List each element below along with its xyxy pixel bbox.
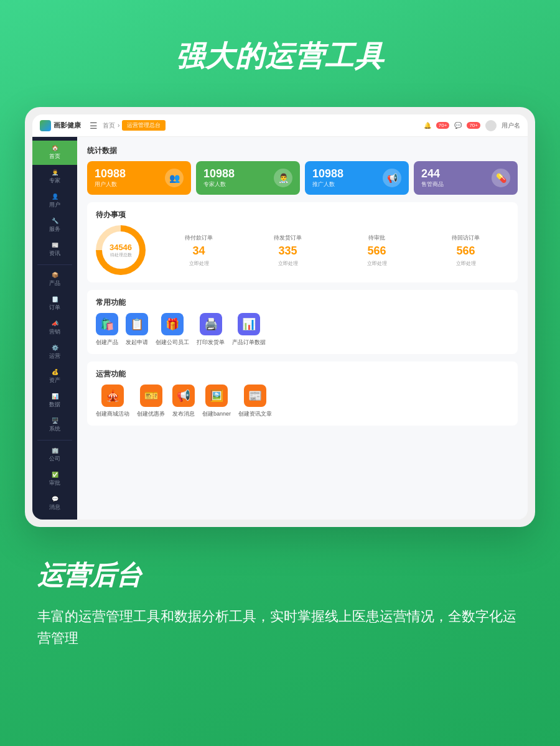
experts-icon: 👨‍⚕️ [274,169,292,187]
sidebar-item-order[interactable]: 🗒️ 订单 [32,292,77,316]
menu-icon[interactable]: ☰ [90,121,98,131]
stat-label-products: 售管商品 [421,180,444,189]
common-functions-section: 常用功能 🛍️ 创建产品 📋 发起申请 🎁 创建公司员工 [87,290,518,354]
ops-functions-title: 运营功能 [96,369,509,380]
todo-section: 待办事项 34546 待处理总数 待付款订单 34 [87,202,518,282]
func-icon-print-invoice: 🖨️ [200,313,222,335]
todo-section-title: 待办事项 [96,210,509,220]
username: 用户名 [502,121,520,130]
todo-grid: 34546 待处理总数 待付款订单 34 立即处理 待发货订单 [96,225,509,275]
stats-grid: 10988 用户人数 👥 10988 专家人数 👨‍⚕️ [87,161,518,195]
stat-card-promoters: 10988 推广人数 📢 [305,161,409,195]
product-icon: 📦 [52,272,58,278]
sidebar-item-news[interactable]: 📰 资讯 [32,238,77,262]
todo-circle: 34546 待处理总数 [96,225,146,275]
stats-section: 统计数据 10988 用户人数 👥 10988 专家 [87,146,518,195]
ops-label-coupon: 创建优惠券 [137,410,165,418]
ops-icon-publish-message: 📢 [172,385,195,407]
todo-number-payment: 34 [192,245,205,258]
stat-label-users: 用户人数 [95,180,126,189]
promoters-icon: 📢 [383,169,401,187]
func-icon-order-data: 📊 [238,313,260,335]
bell-icon[interactable]: 🔔 [424,122,431,129]
func-icon-apply: 📋 [126,313,148,335]
sidebar-item-product[interactable]: 📦 产品 [32,268,77,292]
sidebar-divider-2 [37,440,72,441]
sidebar-label-marketing: 营销 [49,328,60,336]
todo-number-approval: 566 [367,245,386,258]
func-label-create-employee: 创建公司员工 [156,338,189,347]
stat-number-promoters: 10988 [312,167,343,180]
todo-item-shipping: 待发货订单 335 立即处理 [245,234,331,267]
bottom-section: 运营后台 丰富的运营管理工具和数据分析工具，实时掌握线上医患运营情况，全数字化运… [25,558,535,649]
sidebar-item-data[interactable]: 📊 数据 [32,389,77,413]
todo-label-approval: 待审批 [368,234,385,242]
todo-label-shipping: 待发货订单 [274,234,302,242]
sidebar-item-message[interactable]: 💬 消息 [32,492,77,516]
todo-action-payment[interactable]: 立即处理 [189,260,209,267]
service-icon: 🔧 [52,218,58,224]
functions-grid: 🛍️ 创建产品 📋 发起申请 🎁 创建公司员工 🖨️ [96,313,509,347]
todo-action-followup[interactable]: 立即处理 [456,260,476,267]
topbar: 画影健康 ☰ 首页 › 运营管理总台 🔔 70+ 💬 70+ 用户名 [32,114,528,137]
func-item-order-data[interactable]: 📊 产品订单数据 [232,313,266,347]
todo-item-followup: 待回访订单 566 立即处理 [422,234,509,267]
stat-label-experts: 专家人数 [203,180,235,189]
todo-total-number: 34546 [110,243,132,252]
ops-grid: 🎪 创建商城活动 🎫 创建优惠券 📢 发布消息 🖼️ [96,385,509,418]
ops-item-coupon[interactable]: 🎫 创建优惠券 [137,385,165,418]
stat-number-products: 244 [421,167,444,180]
sidebar-item-company[interactable]: 🏢 公司 [32,443,77,467]
sidebar-item-operations[interactable]: ⚙️ 运营 [32,340,77,365]
sidebar-item-expert[interactable]: 👨‍⚕️ 专家 [32,165,77,189]
stat-info-users: 10988 用户人数 [95,167,126,189]
func-item-create-product[interactable]: 🛍️ 创建产品 [96,313,118,347]
ops-item-create-banner[interactable]: 🖼️ 创建banner [202,385,231,418]
stat-card-products: 244 售管商品 💊 [414,161,518,195]
expert-icon: 👨‍⚕️ [52,169,58,175]
users-icon: 👥 [165,169,184,187]
todo-item-payment: 待付款订单 34 立即处理 [156,234,242,267]
stat-info-promoters: 10988 推广人数 [312,167,343,189]
sidebar-item-audit[interactable]: ✅ 审批 [32,467,77,492]
sidebar-item-marketing[interactable]: 📣 营销 [32,316,77,340]
ops-item-publish-message[interactable]: 📢 发布消息 [172,385,195,418]
ops-item-mall-activity[interactable]: 🎪 创建商城活动 [96,385,129,418]
topbar-logo: 画影健康 [40,120,81,131]
stat-card-experts: 10988 专家人数 👨‍⚕️ [196,161,300,195]
assets-icon: 💰 [52,369,58,375]
products-icon: 💊 [492,169,510,187]
stats-section-title: 统计数据 [87,146,518,156]
news-icon: 📰 [52,242,58,248]
sidebar-item-system[interactable]: 🖥️ 系统 [32,413,77,437]
sidebar-item-assets[interactable]: 💰 资产 [32,365,77,389]
message-icon: 💬 [52,496,58,502]
chat-icon[interactable]: 💬 [454,122,462,129]
func-item-create-employee[interactable]: 🎁 创建公司员工 [156,313,189,347]
sidebar-label-audit: 审批 [49,479,60,487]
sidebar-item-user[interactable]: 👤 用户 [32,189,77,213]
sidebar-item-service[interactable]: 🔧 服务 [32,213,77,238]
func-label-apply: 发起申请 [126,338,148,347]
sidebar-label-product: 产品 [49,279,60,287]
ops-label-create-article: 创建资讯文章 [238,410,272,418]
sidebar-label-message: 消息 [49,503,60,511]
system-icon: 🖥️ [52,417,58,424]
func-item-print-invoice[interactable]: 🖨️ 打印发货单 [197,313,225,347]
dashboard-inner: 画影健康 ☰ 首页 › 运营管理总台 🔔 70+ 💬 70+ 用户名 [32,114,528,520]
todo-label-payment: 待付款订单 [185,234,213,242]
page-title: 强大的运营工具 [175,37,385,76]
sidebar-divider-1 [37,264,72,265]
sidebar-item-home[interactable]: 🏠 首页 [32,141,77,165]
breadcrumb-home: 首页 [103,121,115,130]
avatar[interactable] [485,120,497,131]
stat-number-experts: 10988 [203,167,235,180]
topbar-active-tab[interactable]: 运营管理总台 [122,120,166,131]
ops-label-mall-activity: 创建商城活动 [96,410,129,418]
todo-action-shipping[interactable]: 立即处理 [278,260,298,267]
todo-action-approval[interactable]: 立即处理 [367,260,387,267]
logo-text: 画影健康 [54,121,81,130]
func-item-apply[interactable]: 📋 发起申请 [126,313,148,347]
logo-icon [40,120,51,131]
ops-item-create-article[interactable]: 📰 创建资讯文章 [238,385,272,418]
